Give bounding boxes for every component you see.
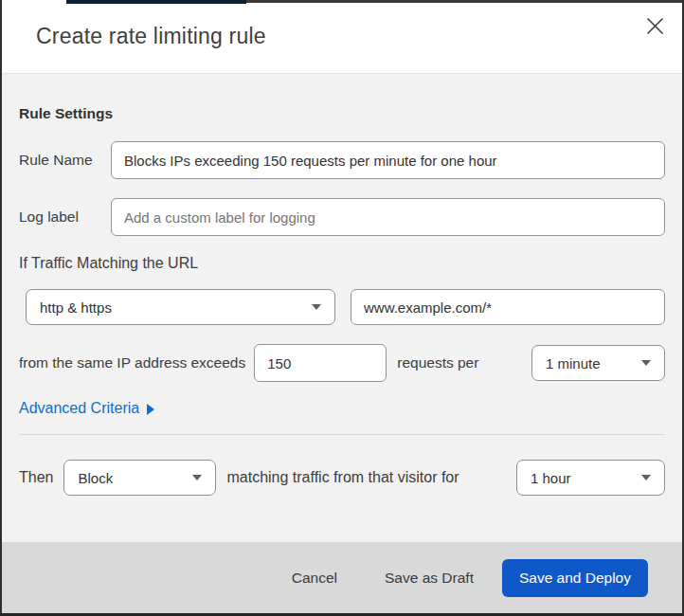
action-select[interactable]: Block (63, 460, 216, 496)
then-label: Then (19, 469, 53, 486)
period-select-value: 1 minute (546, 355, 601, 371)
close-button[interactable] (640, 13, 669, 42)
traffic-match-intro: If Traffic Matching the URL (19, 255, 665, 272)
scheme-select[interactable]: http & https (26, 289, 335, 325)
duration-select-value: 1 hour (531, 470, 571, 486)
triangle-right-icon (147, 404, 154, 415)
log-label-label: Log label (19, 208, 111, 226)
action-row: Then Block matching traffic from that vi… (19, 460, 665, 496)
advanced-criteria-link[interactable]: Advanced Criteria (19, 400, 154, 417)
log-label-row: Log label (19, 198, 665, 236)
scheme-select-value: http & https (40, 299, 112, 316)
save-and-deploy-button[interactable]: Save and Deploy (502, 559, 648, 597)
rule-name-row: Rule Name (19, 141, 665, 179)
dialog-top-border (246, 0, 682, 3)
request-threshold-input[interactable] (254, 344, 387, 382)
dialog-body: Rule Settings Rule Name Log label If Tra… (2, 74, 682, 542)
background-page-sliver (66, 0, 246, 4)
section-divider (19, 434, 665, 435)
period-select[interactable]: 1 minute (531, 345, 665, 381)
threshold-prefix-text: from the same IP address exceeds (19, 354, 245, 371)
dialog-header: Create rate limiting rule (2, 0, 682, 74)
rule-settings-heading: Rule Settings (19, 74, 665, 122)
rule-name-input[interactable] (111, 141, 665, 179)
url-pattern-input[interactable] (351, 289, 665, 325)
action-select-value: Block (78, 470, 113, 486)
threshold-suffix-text: requests per (397, 354, 478, 371)
advanced-criteria-label: Advanced Criteria (19, 400, 139, 417)
threshold-row: from the same IP address exceeds request… (19, 344, 665, 382)
log-label-input[interactable] (111, 198, 665, 236)
chevron-down-icon (641, 360, 651, 366)
dialog-title: Create rate limiting rule (36, 24, 266, 49)
action-middle-text: matching traffic from that visitor for (226, 469, 459, 486)
cancel-button[interactable]: Cancel (288, 562, 341, 594)
chevron-down-icon (312, 304, 321, 310)
url-match-row: http & https (26, 289, 665, 325)
rule-name-label: Rule Name (19, 152, 111, 169)
create-rate-limiting-rule-dialog: Create rate limiting rule Rule Settings … (0, 0, 684, 616)
chevron-down-icon (641, 475, 651, 480)
dialog-footer: Cancel Save as Draft Save and Deploy (2, 542, 682, 613)
chevron-down-icon (192, 475, 202, 480)
duration-select[interactable]: 1 hour (516, 460, 665, 496)
close-icon (646, 17, 664, 38)
save-as-draft-button[interactable]: Save as Draft (381, 562, 477, 594)
